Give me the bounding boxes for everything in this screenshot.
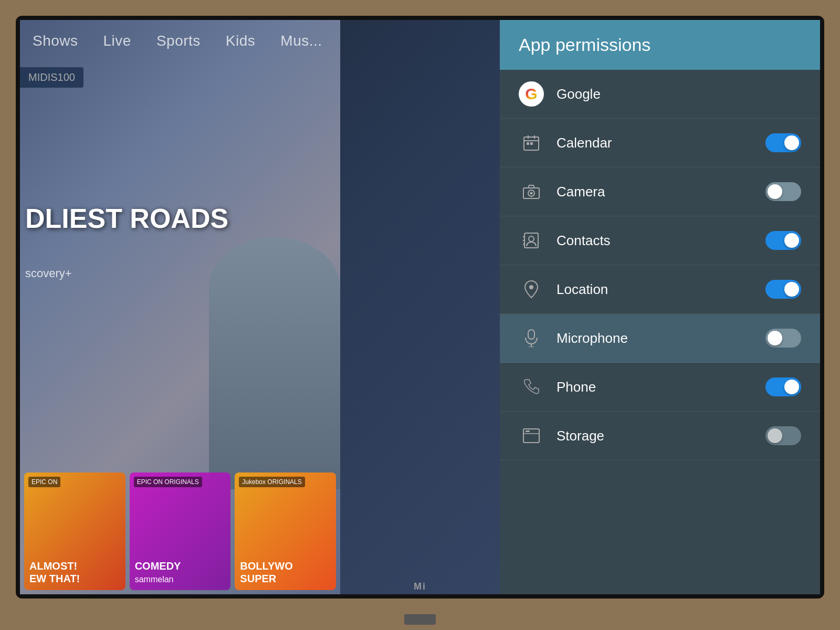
thumb-badge-3: Jukebox ORIGINALS [239, 477, 304, 487]
hero-subtitle: scovery+ [25, 267, 72, 280]
permission-item-storage[interactable]: Storage [500, 412, 820, 460]
perm-label-storage: Storage [556, 428, 765, 444]
phone-icon [519, 374, 544, 400]
permission-item-location[interactable]: Location [500, 265, 820, 314]
permission-item-camera[interactable]: Camera [500, 167, 820, 216]
tv-stand [404, 614, 436, 625]
toggle-microphone[interactable] [765, 329, 801, 348]
toggle-camera[interactable] [765, 182, 801, 201]
camera-icon [519, 179, 544, 204]
thumb-badge-1: EPIC ON [28, 477, 60, 487]
panel-header: App permissions [500, 20, 820, 70]
toggle-knob-camera [768, 184, 782, 199]
permission-item-phone[interactable]: Phone [500, 363, 820, 412]
hero-title: DLIEST ROADS [25, 204, 228, 234]
channel-badge: MIDIS100 [20, 67, 83, 88]
contacts-icon [519, 228, 544, 253]
svg-point-8 [530, 192, 533, 195]
toggle-location[interactable] [765, 280, 801, 299]
svg-point-14 [529, 285, 533, 289]
nav-item-music[interactable]: Mus... [278, 28, 324, 54]
app-permissions-panel: App permissions G Google [500, 20, 820, 594]
svg-rect-4 [527, 142, 529, 145]
navigation-bar: Shows Live Sports Kids Mus... [20, 20, 41, 62]
permission-item-calendar[interactable]: Calendar [500, 119, 820, 167]
thumb-badge-2: EPIC ON ORIGINALS [134, 477, 202, 487]
nav-item-sports[interactable]: Sports [154, 28, 203, 54]
svg-rect-15 [528, 330, 534, 339]
tv-frame: Shows Live Sports Kids Mus... MIDIS100 D… [16, 16, 824, 598]
thumb-text-2: COMEDYsammelan [135, 560, 181, 585]
hero-person-image [209, 237, 340, 489]
nav-item-shows[interactable]: Shows [30, 28, 80, 54]
perm-label-contacts: Contacts [556, 233, 765, 249]
toggle-knob-storage [768, 428, 782, 443]
mi-brand-logo: Mi [414, 581, 426, 592]
toggle-knob-contacts [784, 233, 799, 248]
toggle-knob-location [784, 282, 799, 297]
nav-item-live[interactable]: Live [101, 28, 133, 54]
storage-icon [519, 423, 544, 448]
microphone-icon [519, 326, 544, 351]
svg-point-10 [529, 236, 534, 242]
toggle-storage[interactable] [765, 426, 801, 445]
hero-area: Shows Live Sports Kids Mus... MIDIS100 D… [20, 20, 340, 594]
toggle-contacts[interactable] [765, 231, 801, 250]
thumb-text-1: ALMOST!EW THAT! [29, 560, 80, 585]
location-icon [519, 277, 544, 302]
perm-label-microphone: Microphone [556, 330, 765, 346]
thumb-text-3: BOLLYWOSUPER [240, 560, 292, 585]
thumbnail-3[interactable]: Jukebox ORIGINALS BOLLYWOSUPER [235, 472, 336, 590]
toggle-calendar[interactable] [765, 133, 801, 152]
permission-item-contacts[interactable]: Contacts [500, 216, 820, 265]
toggle-knob-microphone [768, 331, 782, 345]
toggle-knob-calendar [784, 135, 799, 150]
tv-screen: Shows Live Sports Kids Mus... MIDIS100 D… [20, 20, 820, 594]
toggle-knob-phone [784, 380, 799, 394]
svg-rect-5 [530, 142, 533, 145]
perm-label-phone: Phone [556, 379, 765, 395]
thumbnail-2[interactable]: EPIC ON ORIGINALS COMEDYsammelan [130, 472, 231, 590]
google-icon: G [519, 81, 544, 107]
panel-title: App permissions [519, 35, 801, 55]
svg-rect-20 [526, 430, 530, 432]
nav-item-kids[interactable]: Kids [224, 28, 257, 54]
thumbnail-1[interactable]: EPIC ON ALMOST!EW THAT! [24, 472, 125, 590]
permissions-list: G Google [500, 70, 820, 594]
perm-label-google: Google [556, 86, 801, 102]
toggle-phone[interactable] [765, 377, 801, 396]
perm-label-camera: Camera [556, 184, 765, 200]
permission-item-microphone[interactable]: Microphone [500, 314, 820, 363]
content-thumbnails: EPIC ON ALMOST!EW THAT! EPIC ON ORIGINAL… [20, 468, 340, 594]
perm-label-location: Location [556, 281, 765, 298]
permission-item-google[interactable]: G Google [500, 70, 820, 119]
perm-label-calendar: Calendar [556, 135, 765, 151]
calendar-icon [519, 130, 544, 155]
